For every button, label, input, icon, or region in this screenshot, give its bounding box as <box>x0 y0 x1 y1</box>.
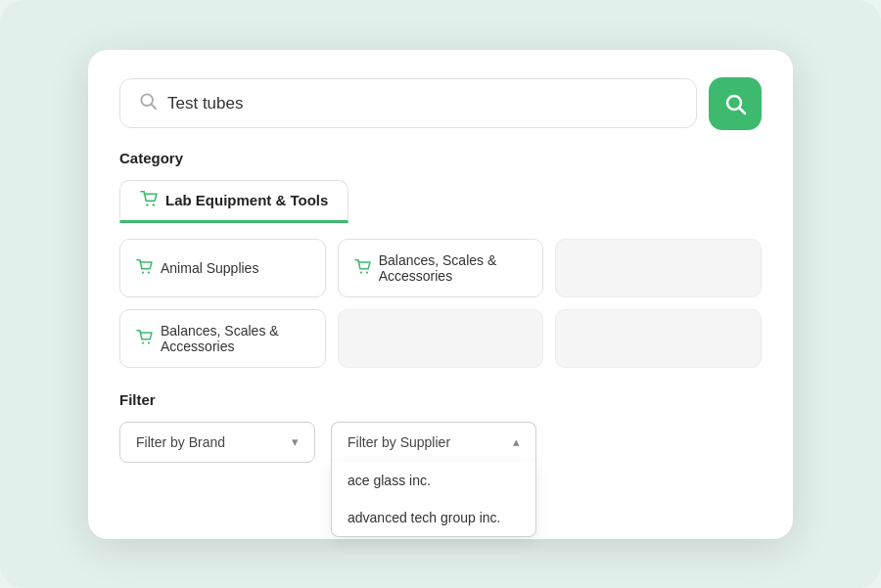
filter-label: Filter <box>119 391 762 408</box>
search-input-wrapper[interactable]: Test tubes <box>119 78 697 128</box>
filter-section: Filter Filter by Brand ▾ Filter by Suppl… <box>88 368 793 463</box>
filter-supplier-trigger[interactable]: Filter by Supplier ▴ <box>331 422 536 462</box>
cart-icon-balances1 <box>354 259 371 277</box>
cart-icon-balances2 <box>136 330 153 347</box>
cart-icon-animal <box>136 259 153 277</box>
svg-line-1 <box>152 105 157 110</box>
filter-supplier-dropdown[interactable]: Filter by Supplier ▴ ace glass inc. adva… <box>331 422 536 462</box>
svg-point-11 <box>148 341 150 343</box>
svg-point-6 <box>142 271 144 273</box>
category-item-balances-2[interactable]: Balances, Scales & Accessories <box>119 309 326 368</box>
filter-supplier-chevron: ▴ <box>513 434 520 449</box>
search-value: Test tubes <box>167 94 244 113</box>
category-label: Category <box>119 150 762 166</box>
svg-point-4 <box>146 204 148 205</box>
category-item-empty-3 <box>555 309 762 368</box>
supplier-option-ace-glass[interactable]: ace glass inc. <box>332 462 535 499</box>
category-item-balances-1[interactable]: Balances, Scales & Accessories <box>338 239 544 297</box>
cart-icon-active <box>140 191 158 210</box>
filter-supplier-label: Filter by Supplier <box>348 434 450 450</box>
supplier-option-advanced-tech[interactable]: advanced tech group inc. <box>332 499 535 536</box>
category-tabs: Lab Equipment & Tools <box>119 180 762 223</box>
category-label-balances1: Balances, Scales & Accessories <box>379 252 528 284</box>
active-tab-label: Lab Equipment & Tools <box>165 192 328 208</box>
category-grid: Animal Supplies Balances, Scales & Acces… <box>119 239 762 368</box>
supplier-label-ace-glass: ace glass inc. <box>348 473 431 488</box>
category-section: Category Lab Equipment & Tools <box>88 150 793 368</box>
search-icon <box>138 91 158 115</box>
active-tab[interactable]: Lab Equipment & Tools <box>119 180 348 223</box>
svg-point-9 <box>366 271 368 273</box>
filter-brand-label: Filter by Brand <box>136 434 225 450</box>
category-item-animal-supplies[interactable]: Animal Supplies <box>119 239 326 297</box>
category-item-empty-1 <box>555 239 762 297</box>
filter-row: Filter by Brand ▾ Filter by Supplier ▴ a… <box>119 422 762 463</box>
svg-point-10 <box>142 341 144 343</box>
svg-point-7 <box>148 271 150 273</box>
filter-supplier-menu: ace glass inc. advanced tech group inc. <box>331 462 536 537</box>
svg-point-8 <box>360 271 362 273</box>
filter-brand-dropdown[interactable]: Filter by Brand ▾ <box>119 422 315 463</box>
search-area: Test tubes <box>88 50 793 150</box>
category-label-balances2: Balances, Scales & Accessories <box>161 323 309 354</box>
svg-line-3 <box>740 108 746 113</box>
main-card: Test tubes Category <box>88 50 793 539</box>
app-background: Test tubes Category <box>0 0 881 588</box>
filter-brand-chevron: ▾ <box>292 434 299 449</box>
supplier-label-advanced-tech: advanced tech group inc. <box>348 510 500 525</box>
svg-point-5 <box>153 204 155 205</box>
category-item-empty-2 <box>338 309 544 368</box>
search-button[interactable] <box>709 77 762 130</box>
category-label-animal: Animal Supplies <box>161 260 258 276</box>
